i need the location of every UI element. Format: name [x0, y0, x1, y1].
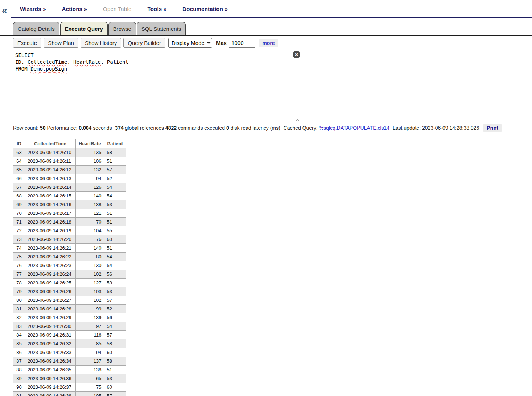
table-row: 642023-06-09 14:26:1110651: [13, 157, 126, 166]
print-button[interactable]: Print: [483, 124, 502, 132]
cell-heart-rate: 126: [76, 183, 104, 192]
cached-query-link[interactable]: %sqlcq.DATAPOPULATE.cls14: [319, 125, 390, 131]
table-row: 662023-06-09 14:26:139452: [13, 174, 126, 183]
cell-id: 64: [13, 157, 25, 166]
result-status-line: Row count: 50 Performance: 0.004 seconds…: [13, 125, 532, 131]
cell-heart-rate: 103: [76, 287, 104, 296]
tab-sql-statements[interactable]: SQL Statements: [137, 22, 186, 35]
menu-item-wizards[interactable]: Wizards »: [20, 6, 46, 12]
resize-grip[interactable]: [295, 116, 299, 121]
cell-heart-rate: 94: [76, 174, 104, 183]
tab-execute-query[interactable]: Execute Query: [60, 22, 108, 35]
cell-id: 67: [13, 183, 25, 192]
display-mode-select[interactable]: Display Mode: [168, 38, 212, 48]
table-row: 672023-06-09 14:26:1412654: [13, 183, 126, 192]
table-row: 832023-06-09 14:26:309754: [13, 322, 126, 331]
cell-collected-time: 2023-06-09 14:26:36: [25, 374, 76, 383]
cell-heart-rate: 138: [76, 200, 104, 209]
cell-patient: 58: [104, 339, 126, 348]
sql-text: ID,: [15, 59, 28, 65]
cell-collected-time: 2023-06-09 14:26:37: [25, 383, 76, 392]
table-row: 682023-06-09 14:26:1514054: [13, 192, 126, 200]
cell-heart-rate: 140: [76, 244, 104, 253]
disk-latency-label: disk read latency (ms): [231, 125, 280, 131]
cell-heart-rate: 130: [76, 261, 104, 270]
show-history-button[interactable]: Show History: [81, 38, 121, 48]
cell-patient: 54: [104, 192, 126, 200]
cell-patient: 52: [104, 174, 126, 183]
cell-collected-time: 2023-06-09 14:26:28: [25, 305, 76, 313]
cell-patient: 54: [104, 261, 126, 270]
cell-collected-time: 2023-06-09 14:26:15: [25, 192, 76, 200]
cell-heart-rate: 139: [76, 313, 104, 322]
table-row: 812023-06-09 14:26:289952: [13, 305, 126, 313]
cell-id: 78: [13, 279, 25, 287]
cell-id: 86: [13, 348, 25, 357]
tab-catalog-details[interactable]: Catalog Details: [13, 22, 59, 35]
cell-patient: 51: [104, 157, 126, 166]
cell-collected-time: 2023-06-09 14:26:20: [25, 235, 76, 244]
cell-heart-rate: 137: [76, 357, 104, 366]
cell-collected-time: 2023-06-09 14:26:18: [25, 218, 76, 226]
close-icon[interactable]: ✖: [293, 51, 300, 58]
top-menu-bar: « Wizards » Actions » Open Table Tools »…: [0, 0, 532, 18]
cell-patient: 51: [104, 244, 126, 253]
cell-heart-rate: 138: [76, 366, 104, 374]
cell-heart-rate: 106: [76, 157, 104, 166]
query-editor-row: SELECTID, CollectedTime, HeartRate, Pati…: [13, 51, 300, 121]
cell-id: 66: [13, 174, 25, 183]
cell-id: 84: [13, 331, 25, 339]
menu-item-tools[interactable]: Tools »: [147, 6, 166, 12]
cell-heart-rate: 127: [76, 279, 104, 287]
cell-heart-rate: 116: [76, 331, 104, 339]
last-update-value: 2023-06-09 14:28:38.026: [422, 125, 479, 131]
cell-id: 80: [13, 296, 25, 305]
sql-line: ID, CollectedTime, HeartRate, Patient: [15, 59, 287, 66]
cell-patient: 54: [104, 183, 126, 192]
cell-patient: 52: [104, 305, 126, 313]
cell-collected-time: 2023-06-09 14:26:35: [25, 366, 76, 374]
table-row: 852023-06-09 14:26:328558: [13, 339, 126, 348]
column-header-heart-rate: HeartRate: [76, 139, 104, 148]
more-link[interactable]: more: [259, 39, 278, 47]
table-row: 752023-06-09 14:26:228054: [13, 253, 126, 261]
cell-collected-time: 2023-06-09 14:26:38: [25, 392, 76, 396]
tab-browse[interactable]: Browse: [108, 22, 136, 35]
max-rows-input[interactable]: [229, 38, 255, 48]
cell-id: 69: [13, 200, 25, 209]
cell-collected-time: 2023-06-09 14:26:12: [25, 166, 76, 174]
cell-collected-time: 2023-06-09 14:26:27: [25, 296, 76, 305]
cell-collected-time: 2023-06-09 14:26:23: [25, 261, 76, 270]
execute-button[interactable]: Execute: [13, 38, 41, 48]
cell-patient: 53: [104, 200, 126, 209]
table-row: 822023-06-09 14:26:2913956: [13, 313, 126, 322]
global-refs-label: global references: [125, 125, 164, 131]
column-header-patient: Patient: [104, 139, 126, 148]
menu-items-row: Wizards » Actions » Open Table Tools » D…: [11, 0, 532, 18]
cell-id: 91: [13, 392, 25, 396]
column-header-id: ID: [13, 139, 25, 148]
cell-patient: 57: [104, 331, 126, 339]
show-plan-button[interactable]: Show Plan: [44, 38, 78, 48]
cell-heart-rate: 76: [76, 235, 104, 244]
table-row: 842023-06-09 14:26:3111657: [13, 331, 126, 339]
menu-item-actions[interactable]: Actions »: [62, 6, 87, 12]
table-row: 902023-06-09 14:26:377560: [13, 383, 126, 392]
cell-patient: 54: [104, 322, 126, 331]
cell-id: 88: [13, 366, 25, 374]
sql-text: ,: [67, 59, 73, 65]
sql-query-editor[interactable]: SELECTID, CollectedTime, HeartRate, Pati…: [13, 51, 289, 121]
cell-heart-rate: 135: [76, 148, 104, 157]
cell-id: 63: [13, 148, 25, 157]
query-builder-button[interactable]: Query Builder: [123, 38, 165, 48]
cell-heart-rate: 102: [76, 296, 104, 305]
cell-id: 76: [13, 261, 25, 270]
cell-collected-time: 2023-06-09 14:26:14: [25, 183, 76, 192]
query-toolbar: Execute Show Plan Show History Query Bui…: [13, 38, 532, 48]
table-row: 732023-06-09 14:26:207660: [13, 235, 126, 244]
cell-heart-rate: 75: [76, 383, 104, 392]
menu-item-documentation[interactable]: Documentation »: [182, 6, 228, 12]
cell-id: 87: [13, 357, 25, 366]
collapse-menu-icon[interactable]: «: [2, 6, 7, 15]
cell-id: 68: [13, 192, 25, 200]
